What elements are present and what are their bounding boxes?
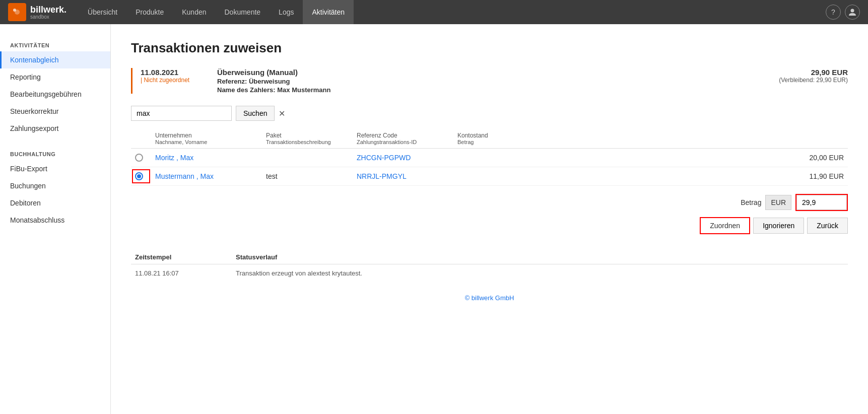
zurueck-button[interactable]: Zurück [807,218,848,234]
log-row: 11.08.21 16:07 Transaktion erzeugt von a… [131,264,848,283]
nav-logs[interactable]: Logs [270,0,303,24]
ref-link[interactable]: ZHCGN-PGPWD [357,154,411,162]
row2-package: test [262,167,353,186]
radio-selected[interactable] [135,172,143,180]
betrag-input[interactable] [796,195,847,210]
sidebar-item-bearbeitungsgebuehren[interactable]: Bearbeitungsgebühren [0,86,110,103]
transaction-card: 11.08.2021 | Nicht zugeordnet Überweisun… [131,68,848,94]
transaction-amount: 29,90 EUR (Verbleibend: 29,90 EUR) [779,68,848,84]
sidebar-item-zahlungsexport[interactable]: Zahlungsexport [0,120,110,137]
row2-amount: 11,90 EUR [453,167,848,186]
company-link[interactable]: Moritz , Max [155,154,193,162]
col-header-amount: Kontostand Betrag [453,129,848,149]
transaction-type: Überweisung (Manual) [217,68,779,77]
svg-point-3 [851,9,854,13]
row1-company: Moritz , Max [151,149,262,167]
col-header-package: Paket Transaktionsbeschreibung [262,129,353,149]
col-header-radio [131,129,151,149]
sidebar-item-reporting[interactable]: Reporting [0,68,110,86]
betrag-currency: EUR [765,195,791,210]
search-button[interactable]: Suchen [236,106,275,121]
company-link[interactable]: Mustermann , Max [155,172,214,180]
col-header-timestamp: Zeitstempel [131,250,232,264]
nav-right: ? [826,5,860,20]
row1-amount: 20,00 EUR [453,149,848,167]
sidebar-section-buchhaltung: BUCHHALTUNG [0,145,110,160]
row2-radio-cell[interactable] [131,167,151,186]
nav-produkte[interactable]: Produkte [126,0,173,24]
sidebar-item-kontenabgleich[interactable]: Kontenabgleich [0,51,110,68]
row2-ref: NRRJL-PMGYL [353,167,453,186]
nav-items: Übersicht Produkte Kunden Dokumente Logs… [79,0,826,24]
log-table: Zeitstempel Statusverlauf 11.08.21 16:07… [131,250,848,282]
sidebar-section-aktivitaeten: AKTIVITÄTEN [0,36,110,51]
table-row: Moritz , Max ZHCGN-PGPWD 20,00 EUR [131,149,848,167]
sidebar-item-steuerkorrektur[interactable]: Steuerkorrektur [0,103,110,120]
nav-aktivitaeten[interactable]: Aktivitäten [303,0,354,24]
main-content: Transaktionen zuweisen 11.08.2021 | Nich… [111,24,868,414]
footer-link[interactable]: © billwerk GmbH [465,294,514,302]
search-input[interactable] [131,106,232,121]
logo[interactable]: billwerk. sandbox [8,3,66,21]
radio-selected-wrapper [135,172,147,180]
transaction-date: 11.08.2021 [141,68,201,77]
radio-unselected[interactable] [135,154,143,162]
betrag-label: Betrag [741,198,761,206]
table-row: Mustermann , Max test NRRJL-PMGYL 11,90 … [131,167,848,186]
col-header-statusverlauf: Statusverlauf [232,250,848,264]
svg-point-2 [13,9,16,12]
logo-icon [8,3,26,21]
search-row: Suchen ✕ [131,106,848,121]
row1-package [262,149,353,167]
betrag-row: Betrag EUR [131,194,848,211]
transaction-date-block: 11.08.2021 | Nicht zugeordnet [141,68,201,84]
sidebar: AKTIVITÄTEN Kontenabgleich Reporting Bea… [0,24,111,414]
sidebar-item-debitoren[interactable]: Debitoren [0,194,110,212]
logo-text: billwerk. [30,5,66,15]
zuordnen-button[interactable]: Zuordnen [700,217,750,234]
sidebar-item-fibu-export[interactable]: FiBu-Export [0,160,110,177]
transaction-status: | Nicht zugeordnet [141,77,201,84]
row2-company: Mustermann , Max [151,167,262,186]
help-button[interactable]: ? [826,5,841,20]
footer: © billwerk GmbH [131,282,848,314]
transaction-zahler: Name des Zahlers: Max Mustermann [217,86,779,94]
betrag-input-wrapper [795,194,848,211]
nav-kunden[interactable]: Kunden [173,0,215,24]
row1-ref: ZHCGN-PGPWD [353,149,453,167]
action-row: Zuordnen Ignorieren Zurück [131,217,848,234]
nav-ubersicht[interactable]: Übersicht [79,0,126,24]
results-table: Unternehmen Nachname, Vorname Paket Tran… [131,129,848,186]
transaction-details: Überweisung (Manual) Referenz: Überweisu… [201,68,779,94]
nav-dokumente[interactable]: Dokumente [216,0,270,24]
col-header-company: Unternehmen Nachname, Vorname [151,129,262,149]
page-title: Transaktionen zuweisen [131,40,848,56]
col-header-ref: Referenz Code Zahlungstransaktions-ID [353,129,453,149]
transaction-referenz: Referenz: Überweisung [217,78,779,85]
row1-radio-cell[interactable] [131,149,151,167]
ref-link[interactable]: NRRJL-PMGYL [357,172,407,180]
log-timestamp: 11.08.21 16:07 [131,264,232,283]
top-navigation: billwerk. sandbox Übersicht Produkte Kun… [0,0,868,24]
log-status: Transaktion erzeugt von alextest krytaut… [232,264,848,283]
clear-search-button[interactable]: ✕ [279,109,285,118]
sidebar-item-monatsabschluss[interactable]: Monatsabschluss [0,212,110,229]
user-button[interactable] [845,5,860,20]
ignorieren-button[interactable]: Ignorieren [753,218,804,234]
sidebar-item-buchungen[interactable]: Buchungen [0,177,110,194]
logo-sub: sandbox [30,14,66,20]
